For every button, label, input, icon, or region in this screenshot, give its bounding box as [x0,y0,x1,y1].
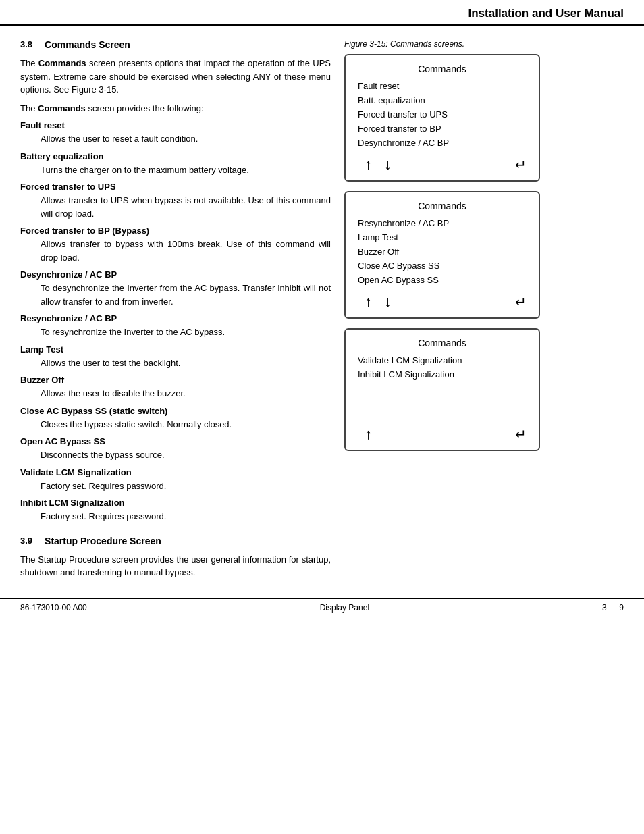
item-fault-reset-body: Allows the user to reset a fault conditi… [41,132,331,146]
fig-caption: Figure 3-15: Commands screens. [344,39,540,49]
page-footer: 86-173010-00 A00 Display Panel 3 — 9 [0,598,644,617]
section-39-number: 3.9 [20,536,32,546]
item-buzzer-off-heading: Buzzer Off [20,375,331,385]
lcd-2-item-5: Open AC Bypass SS [358,275,527,285]
up-arrow-icon: ↑ [365,425,372,443]
section-38-intro2: The Commands screen provides the followi… [20,102,331,115]
item-forced-transfer-ups-heading: Forced transfer to UPS [20,182,331,192]
section-38-number: 3.8 [20,39,32,50]
footer-left: 86-173010-00 A00 [20,603,87,613]
down-arrow-icon: ↓ [384,293,392,311]
lcd-1-item-1: Fault reset [358,81,527,91]
section-39-heading: Startup Procedure Screen [45,536,161,546]
page-body: 3.8 Commands Screen The Commands screen … [0,26,644,585]
section-38-intro1: The Commands screen presents options tha… [20,57,331,97]
up-arrow-icon: ↑ [365,156,372,174]
item-battery-equalization-heading: Battery equalization [20,151,331,161]
down-arrow-icon: ↓ [384,156,392,174]
item-forced-transfer-bp-heading: Forced transfer to BP (Bypass) [20,226,331,236]
lcd-1-item-3: Forced transfer to UPS [358,109,527,120]
lcd-1-item-2: Batt. equalization [358,95,527,105]
item-inhibit-lcm-heading: Inhibit LCM Signalization [20,498,331,508]
section-38-heading: Commands Screen [45,39,130,50]
lcd-3-item-2: Inhibit LCM Signalization [358,369,527,380]
item-lamp-test-body: Allows the user to test the backlight. [41,357,331,370]
item-open-ac-bypass-body: Disconnects the bypass source. [41,448,331,462]
item-close-ac-bypass: Close AC Bypass SS (static switch) Close… [20,406,331,432]
lcd-1-item-5: Desynchronize / AC BP [358,138,527,148]
footer-center: Display Panel [320,603,369,613]
item-inhibit-lcm-body: Factory set. Requires password. [41,510,331,523]
item-desynchronize-body: To desynchronize the Inverter from the A… [41,282,331,308]
enter-icon: ↵ [515,294,527,310]
section-39-header: 3.9 Startup Procedure Screen [20,536,331,546]
item-desynchronize-heading: Desynchronize / AC BP [20,269,331,280]
item-validate-lcm: Validate LCM Signalization Factory set. … [20,467,331,493]
item-close-ac-bypass-heading: Close AC Bypass SS (static switch) [20,406,331,416]
lcd-screen-3: Commands Validate LCM Signalization Inhi… [344,328,540,451]
item-open-ac-bypass: Open AC Bypass SS Disconnects the bypass… [20,436,331,462]
lcd-screen-1: Commands Fault reset Batt. equalization … [344,54,540,182]
item-open-ac-bypass-heading: Open AC Bypass SS [20,436,331,446]
item-lamp-test-heading: Lamp Test [20,344,331,355]
lcd-2-item-4: Close AC Bypass SS [358,261,527,271]
lcd-3-footer: ↑ ↵ [358,425,527,443]
lcd-screen-3-title: Commands [358,338,527,348]
item-forced-transfer-ups-body: Allows transfer to UPS when bypass is no… [41,194,331,220]
item-battery-equalization: Battery equalization Turns the charger o… [20,151,331,177]
item-validate-lcm-body: Factory set. Requires password. [41,479,331,493]
item-buzzer-off-body: Allows the user to disable the buzzer. [41,387,331,400]
right-column: Figure 3-15: Commands screens. Commands … [344,39,540,585]
enter-icon: ↵ [515,426,527,442]
item-battery-equalization-body: Turns the charger on to the maximum batt… [41,163,331,177]
item-fault-reset: Fault reset Allows the user to reset a f… [20,120,331,146]
lcd-screen-2: Commands Resynchronize / AC BP Lamp Test… [344,191,540,319]
item-forced-transfer-bp-body: Allows transfer to bypass with 100ms bre… [41,238,331,264]
item-fault-reset-heading: Fault reset [20,120,331,130]
section-38-header: 3.8 Commands Screen [20,39,331,50]
item-forced-transfer-ups: Forced transfer to UPS Allows transfer t… [20,182,331,220]
lcd-screen-2-title: Commands [358,201,527,211]
lcd-3-item-1: Validate LCM Signalization [358,355,527,365]
header-title: Installation and User Manual [468,7,624,20]
footer-right: 3 — 9 [602,603,624,613]
item-resynchronize: Resynchronize / AC BP To resynchronize t… [20,313,331,339]
lcd-2-item-2: Lamp Test [358,232,527,242]
lcd-1-footer: ↑ ↓ ↵ [358,156,527,174]
item-forced-transfer-bp: Forced transfer to BP (Bypass) Allows tr… [20,226,331,264]
item-validate-lcm-heading: Validate LCM Signalization [20,467,331,477]
item-resynchronize-body: To resynchronize the Inverter to the AC … [41,325,331,339]
lcd-1-item-4: Forced transfer to BP [358,124,527,134]
up-arrow-icon: ↑ [365,293,372,311]
page-header: Installation and User Manual [0,0,644,26]
item-resynchronize-heading: Resynchronize / AC BP [20,313,331,323]
item-desynchronize: Desynchronize / AC BP To desynchronize t… [20,269,331,308]
lcd-2-item-1: Resynchronize / AC BP [358,218,527,228]
lcd-2-footer: ↑ ↓ ↵ [358,293,527,311]
item-lamp-test: Lamp Test Allows the user to test the ba… [20,344,331,370]
left-column: 3.8 Commands Screen The Commands screen … [20,39,331,585]
section-39-body: The Startup Procedure screen provides th… [20,553,331,579]
item-buzzer-off: Buzzer Off Allows the user to disable th… [20,375,331,400]
lcd-2-item-3: Buzzer Off [358,246,527,257]
item-close-ac-bypass-body: Closes the bypass static switch. Normall… [41,418,331,432]
enter-icon: ↵ [515,157,527,173]
lcd-screen-1-title: Commands [358,63,527,74]
item-inhibit-lcm: Inhibit LCM Signalization Factory set. R… [20,498,331,523]
